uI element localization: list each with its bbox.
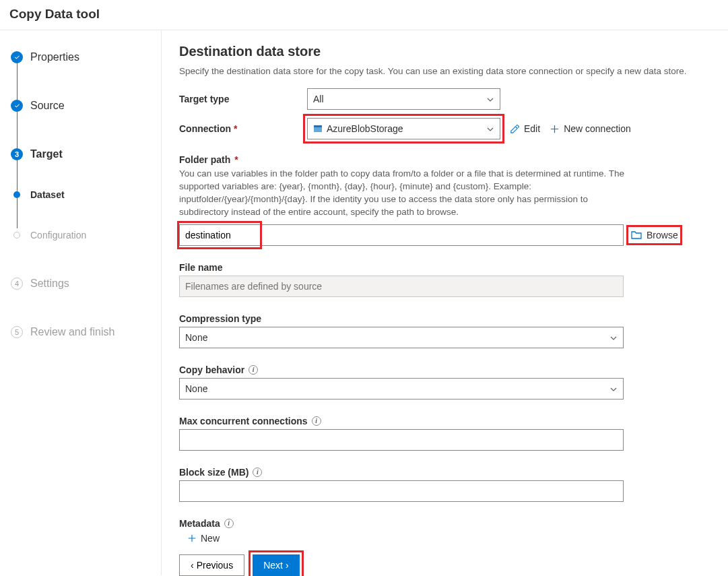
wizard-sidebar: Properties Source 3 Target Dataset Confi… <box>0 30 162 575</box>
substep-configuration[interactable]: Configuration <box>0 220 161 250</box>
plus-icon <box>550 123 560 134</box>
main-content: Destination data store Specify the desti… <box>162 30 728 575</box>
chevron-down-icon <box>609 333 618 342</box>
todo-dot-icon <box>13 232 20 238</box>
checkmark-icon <box>11 100 23 112</box>
progress-line <box>17 55 18 228</box>
file-name-input <box>179 276 624 297</box>
step-label: Settings <box>30 278 69 290</box>
select-value: AzureBlobStorage <box>327 123 403 134</box>
checkmark-icon <box>11 51 23 63</box>
chevron-down-icon <box>486 125 494 133</box>
chevron-down-icon <box>486 95 494 103</box>
next-button[interactable]: Next <box>253 554 299 576</box>
step-label: Target <box>30 148 63 160</box>
metadata-new-button[interactable]: New <box>187 533 710 544</box>
step-number-icon: 3 <box>11 148 23 160</box>
substep-dataset[interactable]: Dataset <box>0 180 161 210</box>
step-number-icon: 5 <box>11 326 23 338</box>
previous-button[interactable]: Previous <box>179 554 244 576</box>
info-icon[interactable]: i <box>312 416 321 426</box>
plus-icon <box>187 534 197 543</box>
copy-behavior-label: Copy behavior i <box>179 364 710 375</box>
block-size-input[interactable] <box>179 480 624 502</box>
substep-label: Dataset <box>30 189 65 200</box>
new-connection-button[interactable]: New connection <box>550 123 631 134</box>
connection-select[interactable]: AzureBlobStorage <box>307 118 500 139</box>
target-type-label: Target type <box>179 94 307 104</box>
browse-button[interactable]: Browse <box>630 229 678 241</box>
edit-connection-button[interactable]: Edit <box>510 123 540 134</box>
folder-path-help: You can use variables in the folder path… <box>179 168 637 219</box>
step-properties[interactable]: Properties <box>0 42 161 72</box>
step-label: Properties <box>30 51 79 63</box>
folder-path-label: Folder path * <box>179 154 710 165</box>
step-source[interactable]: Source <box>0 91 161 121</box>
connection-label: Connection * <box>179 123 307 134</box>
metadata-label: Metadata i <box>179 518 710 529</box>
info-icon[interactable]: i <box>224 519 234 528</box>
info-icon[interactable]: i <box>253 468 262 477</box>
copy-behavior-select[interactable]: None <box>179 378 624 399</box>
substep-label: Configuration <box>30 230 86 241</box>
active-dot-icon <box>13 191 20 198</box>
select-value: All <box>313 94 324 104</box>
wizard-footer: Previous Next <box>179 544 710 576</box>
chevron-down-icon <box>609 385 618 393</box>
step-number-icon: 4 <box>11 278 23 290</box>
page-header: Copy Data tool <box>0 0 728 30</box>
compression-select[interactable]: None <box>179 327 624 348</box>
storage-icon <box>313 124 323 133</box>
step-review[interactable]: 5 Review and finish <box>0 317 161 347</box>
page-title: Destination data store <box>179 44 710 59</box>
max-connections-label: Max concurrent connections i <box>179 416 710 426</box>
select-value: None <box>185 332 207 343</box>
folder-path-input[interactable] <box>179 224 624 246</box>
target-type-select[interactable]: All <box>307 88 500 110</box>
step-settings[interactable]: 4 Settings <box>0 269 161 298</box>
file-name-label: File name <box>179 262 710 273</box>
step-label: Review and finish <box>30 326 114 338</box>
step-target[interactable]: 3 Target <box>0 139 161 169</box>
select-value: None <box>185 383 207 394</box>
folder-icon <box>630 229 642 241</box>
max-connections-input[interactable] <box>179 429 624 451</box>
page-description: Specify the destination data store for t… <box>179 66 710 76</box>
chevron-right-icon <box>286 560 289 571</box>
step-label: Source <box>30 100 65 112</box>
compression-label: Compression type <box>179 313 710 324</box>
block-size-label: Block size (MB) i <box>179 467 710 478</box>
chevron-left-icon <box>191 560 194 571</box>
svg-rect-1 <box>314 125 322 127</box>
info-icon[interactable]: i <box>249 365 258 375</box>
pencil-icon <box>510 123 521 134</box>
